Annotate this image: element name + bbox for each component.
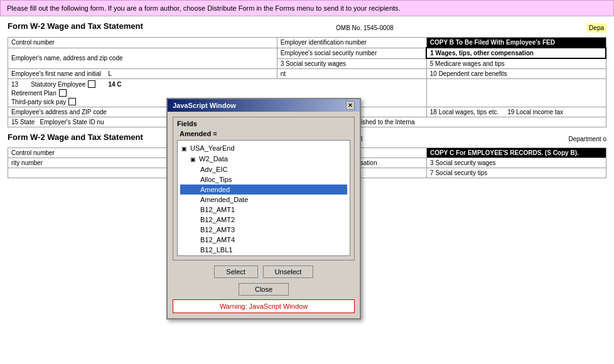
tree-node-amended[interactable]: Amended	[180, 185, 347, 195]
tree-node-b12-amt1[interactable]: B12_AMT1	[180, 205, 347, 215]
tree-container[interactable]: ▣ USA_YearEnd ▣ W2_Data Adv_EIC Alloc_Ti…	[177, 140, 350, 256]
tree-node-b12-amt3[interactable]: B12_AMT3	[180, 225, 347, 235]
alloc-tips-label: Alloc_Tips	[200, 176, 232, 183]
form2-soc-tips: 7 Social security tips	[427, 168, 606, 178]
modal-title: JavaScript Window	[173, 102, 236, 109]
usa-yearend-label: USA_YearEnd	[190, 144, 235, 152]
top-banner: Please fill out the following form. If y…	[0, 0, 614, 16]
tree-node-b12-lbl2[interactable]: B12_LBL2	[180, 255, 347, 256]
banner-text: Please fill out the following form. If y…	[7, 4, 401, 12]
select-button[interactable]: Select	[214, 265, 258, 278]
employee-first-cell: Employee's first name and initial L	[8, 69, 277, 79]
b12-amt1-label: B12_AMT1	[200, 206, 235, 213]
w2-data-label: W2_Data	[199, 155, 228, 163]
tree-node-w2-data[interactable]: ▣ W2_Data	[180, 154, 347, 164]
fields-legend: Fields	[177, 120, 350, 127]
warning-text: Warning: JavaScript Window	[220, 302, 308, 310]
modal-close-button[interactable]: ✕	[346, 101, 355, 110]
social-sec-wages-cell: 3 Social security wages	[277, 58, 426, 69]
dept-label: Depa	[586, 23, 606, 33]
copy-b-header: COPY B To Be Filed With Employee's FED	[426, 38, 606, 48]
tree-node-usa-yearend[interactable]: ▣ USA_YearEnd	[180, 143, 347, 154]
nt-cell: nt	[277, 69, 426, 79]
amended-label: Amended =	[177, 130, 350, 137]
tree-node-amended-date[interactable]: Amended_Date	[180, 195, 347, 205]
fields-group: Fields Amended = ▣ USA_YearEnd ▣ W2_Data	[173, 117, 355, 260]
b12-amt2-label: B12_AMT2	[200, 216, 235, 223]
amended-item-label: Amended	[200, 186, 230, 193]
expand-usa-yearend: ▣	[181, 146, 187, 152]
form2-copy-c: COPY C For EMPLOYEE'S RECORDS. (S Copy B…	[427, 148, 606, 158]
employee-ssn-cell: Employee's social security number	[277, 48, 426, 58]
tree-node-alloc-tips[interactable]: Alloc_Tips	[180, 174, 347, 185]
modal-body: Fields Amended = ▣ USA_YearEnd ▣ W2_Data	[168, 112, 360, 318]
form1-title: Form W-2 Wage and Tax Statement	[8, 21, 143, 31]
third-party-checkbox[interactable]	[68, 98, 76, 105]
javascript-window-modal: JavaScript Window ✕ Fields Amended = ▣ U…	[166, 98, 361, 319]
close-button[interactable]: Close	[239, 283, 289, 296]
tree-node-adv-eic[interactable]: Adv_EIC	[180, 164, 347, 174]
tree-node-b12-lbl1[interactable]: B12_LBL1	[180, 245, 347, 255]
wages-tips-cell[interactable]: 1 Wages, tips, other compensation	[426, 48, 606, 58]
b12-lbl1-label: B12_LBL1	[200, 246, 232, 254]
col14-cell	[426, 79, 606, 107]
b12-amt4-label: B12_AMT4	[200, 236, 235, 244]
dependent-care-cell: 10 Dependent care benefits	[426, 69, 606, 79]
form2-dept: Department o	[568, 136, 606, 142]
employer-name-cell: Employer's name, address and zip code	[8, 48, 277, 69]
b12-amt3-label: B12_AMT3	[200, 226, 235, 233]
form2-title: Form W-2 Wage and Tax Statement	[8, 132, 143, 142]
modal-titlebar: JavaScript Window ✕	[168, 99, 360, 112]
modal-buttons: Select Unselect	[173, 265, 355, 278]
local-wages-cell: 18 Local wages, tips etc. 19 Local incom…	[426, 107, 606, 117]
adv-eic-label: Adv_EIC	[200, 166, 227, 173]
unselect-button[interactable]: Unselect	[263, 265, 314, 278]
retirement-checkbox[interactable]	[59, 89, 67, 97]
employer-id-cell: Employer identification number	[277, 38, 426, 48]
amended-date-label: Amended_Date	[200, 196, 248, 203]
form1-omb: OMB No. 1545-0008	[336, 24, 394, 31]
medicare-wages-cell: 5 Medicare wages and tips	[426, 58, 606, 69]
statutory-checkbox[interactable]	[88, 80, 95, 88]
tree-node-b12-amt4[interactable]: B12_AMT4	[180, 235, 347, 245]
expand-w2-data: ▣	[190, 156, 196, 163]
tree-node-b12-amt2[interactable]: B12_AMT2	[180, 215, 347, 225]
form2-social: 3 Social security wages	[427, 158, 606, 168]
warning-bar: Warning: JavaScript Window	[173, 299, 355, 313]
control-number-cell: Control number	[8, 38, 277, 48]
